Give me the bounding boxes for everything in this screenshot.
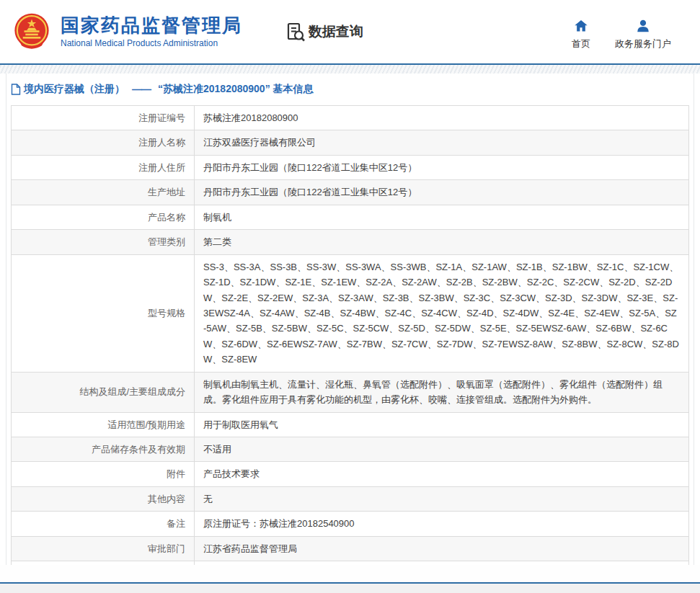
document-icon <box>11 84 21 95</box>
field-value: 江苏双盛医疗器械有限公司 <box>195 130 688 154</box>
field-value: 不适用 <box>195 437 688 461</box>
field-label: 产品储存条件及有效期 <box>12 437 195 461</box>
field-label: 结构及组成/主要组成成分 <box>12 373 195 412</box>
table-row: 注册人住所 丹阳市丹东工业园（陵口122省道工业集中区12号） <box>12 156 688 180</box>
breadcrumb-detail: “苏械注准20182080900” 基本信息 <box>158 83 314 96</box>
document-search-icon <box>285 22 306 42</box>
field-label: 备注 <box>12 512 195 535</box>
table-row: 管理类别 第二类 <box>12 230 688 254</box>
table-row: 备注 原注册证号：苏械注准20182540900 <box>12 512 688 536</box>
field-value: 第二类 <box>195 230 688 254</box>
site-title: 国家药品监督管理局 <box>61 15 242 37</box>
field-value: 苏械注准20182080900 <box>195 106 688 130</box>
field-label: 管理类别 <box>12 230 195 254</box>
field-label: 生产地址 <box>12 180 195 204</box>
footer-area <box>0 565 700 593</box>
field-label: 其他内容 <box>12 487 195 511</box>
nav-home-label: 首页 <box>572 37 590 50</box>
field-label: 型号规格 <box>12 255 195 372</box>
home-icon <box>573 18 589 34</box>
field-value: 原注册证号：苏械注准20182540900 <box>195 512 688 535</box>
field-label: 注册证编号 <box>12 106 195 130</box>
field-label: 审批部门 <box>12 537 195 561</box>
table-row: 附件 产品技术要求 <box>12 462 688 486</box>
table-row: 注册证编号 苏械注准20182080900 <box>12 106 688 130</box>
top-nav: 首页 政务服务门户 <box>572 18 686 50</box>
nav-portal-label: 政务服务门户 <box>615 37 671 50</box>
field-label: 产品名称 <box>12 205 195 229</box>
data-query-label: 数据查询 <box>309 22 363 41</box>
stripe-band <box>0 65 700 73</box>
nav-item-home[interactable]: 首页 <box>572 18 590 50</box>
footer-band <box>0 584 700 593</box>
registration-info-table: 注册证编号 苏械注准20182080900 注册人名称 江苏双盛医疗器械有限公司… <box>11 105 689 593</box>
data-query-tab[interactable]: 数据查询 <box>285 22 363 42</box>
field-value: SS-3、SS-3A、SS-3B、SS-3W、SS-3WA、SS-3WB、SZ-… <box>195 255 688 372</box>
field-label: 附件 <box>12 462 195 486</box>
field-value: 丹阳市丹东工业园（陵口122省道工业集中区12号） <box>195 180 688 204</box>
field-value: 江苏省药品监督管理局 <box>195 537 688 561</box>
field-value: 产品技术要求 <box>195 462 688 486</box>
brand[interactable]: 国家药品监督管理局 National Medical Products Admi… <box>12 12 242 52</box>
table-row: 产品名称 制氧机 <box>12 205 688 230</box>
field-label: 适用范围/预期用途 <box>12 413 195 437</box>
nav-item-portal[interactable]: 政务服务门户 <box>615 18 671 50</box>
field-label: 注册人住所 <box>12 156 195 179</box>
breadcrumb-dash: —— <box>132 84 151 95</box>
page-header: 国家药品监督管理局 National Medical Products Admi… <box>0 0 700 63</box>
field-value: 制氧机由制氧主机、流量计、湿化瓶、鼻氧管（选配附件）、吸氧面罩（选配附件）、雾化… <box>195 373 688 412</box>
content-card: 境内医疗器械（注册） —— “苏械注准20182080900” 基本信息 注册证… <box>6 73 694 593</box>
table-row: 型号规格 SS-3、SS-3A、SS-3B、SS-3W、SS-3WA、SS-3W… <box>12 255 688 373</box>
table-row: 结构及组成/主要组成成分 制氧机由制氧主机、流量计、湿化瓶、鼻氧管（选配附件）、… <box>12 373 688 413</box>
table-row: 生产地址 丹阳市丹东工业园（陵口122省道工业集中区12号） <box>12 180 688 205</box>
field-value: 制氧机 <box>195 205 688 229</box>
national-emblem-logo <box>12 12 52 52</box>
table-row: 适用范围/预期用途 用于制取医用氧气 <box>12 413 688 437</box>
footer-gap <box>0 565 700 582</box>
table-row: 其他内容 无 <box>12 487 688 512</box>
field-value: 丹阳市丹东工业园（陵口122省道工业集中区12号） <box>195 156 688 179</box>
table-row: 审批部门 江苏省药品监督管理局 <box>12 537 688 561</box>
breadcrumb-section[interactable]: 境内医疗器械（注册） <box>24 83 125 96</box>
table-row: 注册人名称 江苏双盛医疗器械有限公司 <box>12 130 688 155</box>
table-row: 产品储存条件及有效期 不适用 <box>12 437 688 462</box>
field-label: 注册人名称 <box>12 130 195 154</box>
brand-text: 国家药品监督管理局 National Medical Products Admi… <box>61 15 242 48</box>
field-value: 无 <box>195 487 688 511</box>
field-value: 用于制取医用氧气 <box>195 413 688 437</box>
breadcrumb: 境内医疗器械（注册） —— “苏械注准20182080900” 基本信息 <box>6 73 694 104</box>
site-subtitle: National Medical Products Administration <box>61 38 242 48</box>
user-icon <box>635 18 651 34</box>
